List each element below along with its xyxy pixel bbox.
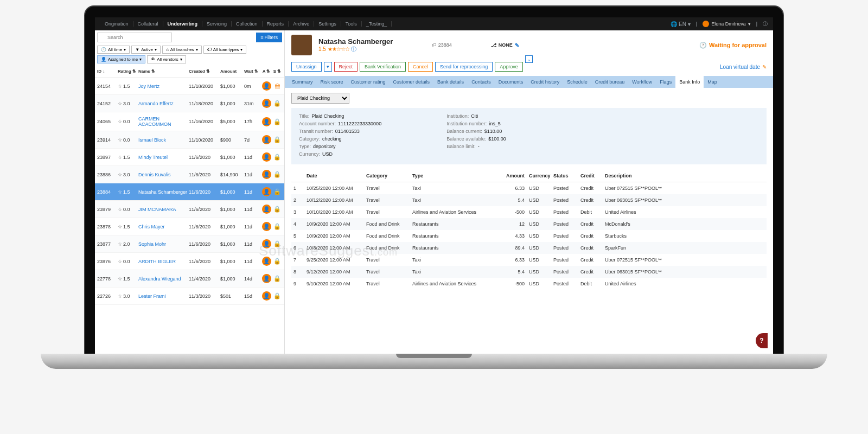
assignee-icon: 👤 [262, 187, 271, 196]
verify-button[interactable]: Bank Verification [360, 62, 406, 72]
assignee-icon: 👤 [262, 291, 271, 301]
tab-summary[interactable]: Summary [288, 76, 317, 88]
col-rating[interactable]: Rating ⇅ [118, 69, 138, 74]
nav-_testing_[interactable]: _Testing_ [362, 21, 392, 27]
info-icon[interactable]: ⓘ [351, 46, 356, 53]
th-status[interactable]: Status [553, 173, 580, 178]
col-wait[interactable]: Wait ⇅ [244, 69, 260, 74]
tab-risk-score[interactable]: Risk score [317, 76, 347, 88]
unassign-dropdown[interactable]: ▾ [324, 62, 332, 72]
nav-archive[interactable]: Archive [289, 21, 314, 27]
tx-row[interactable]: 510/9/2020 12:00 AMFood and DrinkRestaur… [291, 230, 767, 242]
nav-reports[interactable]: Reports [263, 21, 289, 27]
tag-badge: 🏷 23884 [432, 42, 452, 48]
tab-bank-info[interactable]: Bank Info [675, 76, 704, 88]
user-name: Elena Dmitrieva [711, 21, 746, 27]
chip-vendors[interactable]: 👁 All vendors ▾ [147, 55, 186, 63]
loan-row[interactable]: 23876☆ 0.0ARDITH BIGLER11/6/2020$1,00011… [95, 253, 284, 270]
loan-row[interactable]: 23914☆ 0.0Ismael Block11/10/2020$9007d👤🔒 [95, 131, 284, 149]
nav-servicing[interactable]: Servicing [202, 21, 232, 27]
tab-contacts[interactable]: Contacts [468, 76, 495, 88]
tx-row[interactable]: 79/25/2020 12:00 AMTravelTaxi6.33USDPost… [291, 254, 767, 266]
chip-branches[interactable]: ⌂ All branches ▾ [162, 46, 202, 54]
tab-credit-bureau[interactable]: Credit bureau [591, 76, 629, 88]
transactions-table: Date Category Type Amount Currency Statu… [291, 170, 767, 290]
tab-workflow[interactable]: Workflow [628, 76, 656, 88]
tx-row[interactable]: 110/25/2020 12:00 AMTravelTaxi6.33USDPos… [291, 182, 767, 194]
tab-documents[interactable]: Documents [495, 76, 527, 88]
user-menu[interactable]: Elena Dmitrieva ▾ [703, 21, 751, 27]
status-icon: 🔒 [273, 154, 281, 160]
tab-schedule[interactable]: Schedule [563, 76, 591, 88]
loan-row[interactable]: 23879☆ 0.0JIM MCNAMARA11/6/2020$1,00011d… [95, 201, 284, 218]
loan-row[interactable]: 23897☆ 1.5Mindy Treutel11/6/2020$1,00011… [95, 149, 284, 166]
reject-button[interactable]: Reject [334, 62, 358, 72]
tab-map[interactable]: Map [704, 76, 721, 88]
loan-list-panel: ≡ Filters 🕐 All time ▾ ▼ Active ▾ ⌂ All … [95, 30, 285, 354]
loan-row[interactable]: 23884☆ 1.5Natasha Schamberger11/6/2020$1… [95, 183, 284, 201]
help-icon[interactable]: ⓘ [763, 21, 768, 28]
tab-bank-details[interactable]: Bank details [433, 76, 468, 88]
expand-icon[interactable]: ⌄ [525, 55, 533, 63]
help-button[interactable]: ? [756, 333, 768, 348]
loan-row[interactable]: 22726☆ 3.0Lester Frami11/3/2020$50115d👤🔒 [95, 288, 284, 305]
loan-row[interactable]: 23877☆ 2.0Sophia Mohr11/6/2020$1,00011d👤… [95, 235, 284, 253]
tx-row[interactable]: 410/9/2020 12:00 AMFood and DrinkRestaur… [291, 218, 767, 230]
list-header: ID ↓ Rating ⇅ Name ⇅ Created ⇅ Amount Wa… [95, 66, 284, 78]
th-amount[interactable]: Amount [499, 173, 529, 178]
status-icon: 🔒 [273, 275, 281, 282]
nav-collection[interactable]: Collection [232, 21, 263, 27]
chip-assigned[interactable]: 👤 Assigned to me ▾ [97, 55, 145, 63]
chip-active[interactable]: ▼ Active ▾ [131, 46, 161, 54]
assignee-icon: 👤 [262, 152, 271, 162]
loan-row[interactable]: 22778☆ 1.5Alexandra Wiegand11/4/2020$1,0… [95, 270, 284, 288]
chip-time[interactable]: 🕐 All time ▾ [97, 46, 130, 54]
nav-tools[interactable]: Tools [341, 21, 362, 27]
filters-button[interactable]: ≡ Filters [256, 33, 282, 42]
loan-row[interactable]: 24152☆ 3.0Armando Effertz11/18/2020$1,00… [95, 95, 284, 112]
status-icon: 🔒 [273, 171, 281, 177]
nav-collateral[interactable]: Collateral [133, 21, 163, 27]
loan-row[interactable]: 23878☆ 1.5Chris Mayer11/6/2020$1,00011d👤… [95, 218, 284, 235]
nav-origination[interactable]: Origination [100, 21, 133, 27]
approve-button[interactable]: Approve [495, 62, 523, 72]
tx-row[interactable]: 610/8/2020 12:00 AMFood and DrinkRestaur… [291, 242, 767, 254]
cancel-button[interactable]: Cancel [408, 62, 433, 72]
unassign-button[interactable]: Unassign [291, 62, 322, 72]
loan-row[interactable]: 24154☆ 1.5Joy Mertz11/18/2020$1,0000m👤🏛 [95, 78, 284, 95]
th-currency[interactable]: Currency [529, 173, 553, 178]
tab-credit-history[interactable]: Credit history [527, 76, 563, 88]
bank-account-select[interactable]: Plaid Checking [291, 93, 349, 104]
th-category[interactable]: Category [366, 173, 412, 178]
col-amount[interactable]: Amount [220, 69, 244, 74]
col-name[interactable]: Name ⇅ [138, 69, 189, 74]
tx-row[interactable]: 310/10/2020 12:00 AMTravelAirlines and A… [291, 206, 767, 218]
search-input[interactable] [97, 33, 172, 42]
th-type[interactable]: Type [412, 173, 499, 178]
nav-underwriting[interactable]: Underwriting [163, 21, 203, 27]
loan-virtual-date[interactable]: Loan virtual date ✎ [720, 64, 767, 70]
loan-row[interactable]: 24065☆ 0.0CARMEN ACACOMMON11/16/2020$5,0… [95, 112, 284, 131]
col-created[interactable]: Created ⇅ [189, 69, 220, 74]
tx-row[interactable]: 210/12/2020 12:00 AMTravelTaxi5.4USDPost… [291, 194, 767, 206]
tab-flags[interactable]: Flags [656, 76, 675, 88]
status-icon: 🔒 [273, 223, 281, 229]
tx-row[interactable]: 99/10/2020 12:00 AMTravelAirlines and Av… [291, 278, 767, 290]
tx-row[interactable]: 89/12/2020 12:00 AMTravelTaxi5.4USDPoste… [291, 266, 767, 278]
tab-customer-details[interactable]: Customer details [390, 76, 434, 88]
col-a[interactable]: A ⇅ [260, 69, 272, 74]
nav-settings[interactable]: Settings [314, 21, 341, 27]
chip-loan-types[interactable]: 🏷 All loan types ▾ [203, 46, 247, 54]
reprocess-button[interactable]: Send for reprocessing [435, 62, 493, 72]
edit-icon[interactable]: ✎ [515, 42, 519, 48]
status-icon: 🔒 [273, 118, 281, 125]
col-s[interactable]: S ⇅ [272, 69, 282, 74]
status-icon: 🔒 [273, 188, 281, 195]
th-description[interactable]: Description [605, 173, 764, 178]
language-selector[interactable]: 🌐 EN ▾ [671, 21, 690, 27]
th-date[interactable]: Date [307, 173, 366, 178]
th-credit[interactable]: Credit [580, 173, 605, 178]
loan-row[interactable]: 23886☆ 3.0Dennis Kuvalis11/6/2020$14,900… [95, 166, 284, 183]
tab-customer-rating[interactable]: Customer rating [347, 76, 390, 88]
col-id[interactable]: ID ↓ [97, 69, 118, 74]
